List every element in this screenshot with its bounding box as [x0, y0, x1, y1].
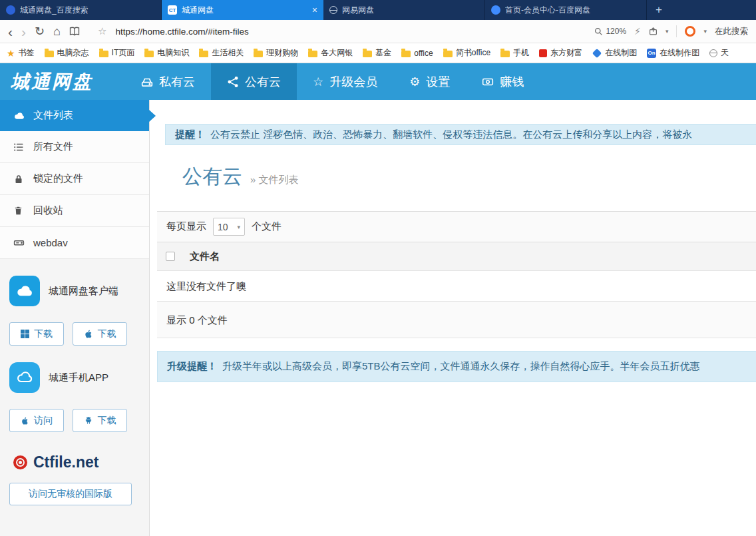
android-download-button[interactable]: 下载	[73, 409, 127, 432]
drive-icon	[13, 237, 25, 248]
magnifier-icon	[594, 27, 603, 36]
search-hint[interactable]: 在此搜索	[715, 26, 748, 37]
list-icon	[13, 142, 25, 152]
client-title: 城通网盘客户端	[49, 285, 118, 298]
home-icon[interactable]: ⌂	[53, 25, 61, 37]
sogou-logo-icon[interactable]	[685, 26, 695, 37]
bookmark-item[interactable]: 手机	[500, 47, 529, 59]
folder-icon	[254, 51, 263, 57]
notice-alert: 提醒！公有云禁止 淫秽色情、政治、恐怖暴力、翻墙软件、侵权等违法信息。在公有云上…	[165, 124, 756, 145]
ctfile-net-logo[interactable]: Ctfile.net	[0, 432, 149, 471]
bookmark-item[interactable]: office	[401, 49, 433, 58]
sidebar-item-file-list[interactable]: 文件列表	[0, 100, 149, 131]
bookmark-item[interactable]: 各大网银	[308, 47, 353, 59]
ios-visit-button[interactable]: 访问	[9, 409, 64, 432]
upgrade-title: 升级提醒！	[167, 360, 217, 372]
bookmark-item-diagram[interactable]: 在线制图	[592, 47, 637, 59]
url-text[interactable]: https://home.ctfile.com/#item-files	[115, 27, 248, 37]
back-icon[interactable]: ‹	[8, 25, 13, 39]
zoom-control[interactable]: 120%	[594, 27, 626, 36]
android-icon	[84, 415, 93, 425]
ctfile-favicon: CT	[168, 5, 177, 15]
column-filename: 文件名	[190, 250, 220, 263]
site-logo[interactable]: 城通网盘	[11, 63, 93, 100]
nav-item-public-cloud[interactable]: 公有云	[211, 63, 297, 100]
bookmark-item[interactable]: 生活相关	[199, 47, 244, 59]
main-content: 提醒！公有云禁止 淫秽色情、政治、恐怖暴力、翻墙软件、侵权等违法信息。在公有云上…	[150, 100, 756, 536]
per-page-value: 10	[218, 222, 228, 232]
upgrade-text: 升级半年或以上高级会员，即享5TB公有云空间，文件通通永久保存，操作自然得心应手…	[222, 360, 700, 372]
select-all-checkbox[interactable]	[166, 252, 175, 261]
sidebar-item-all-files[interactable]: 所有文件	[0, 131, 149, 163]
bookmark-item[interactable]: 电脑知识	[144, 47, 189, 59]
windows-download-button[interactable]: 下载	[9, 322, 64, 346]
ctfile-ring-icon	[13, 455, 27, 469]
per-page-toolbar: 每页显示 10 ▾ 个文件	[157, 211, 756, 242]
share-icon[interactable]	[649, 27, 658, 36]
forward-icon[interactable]: ›	[21, 25, 26, 39]
sidebar: 文件列表 所有文件 锁定的文件 回收站 webdav	[0, 100, 150, 536]
refresh-icon[interactable]: ↻	[35, 25, 45, 37]
share-nodes-icon	[227, 76, 239, 88]
folder-icon	[308, 51, 317, 57]
bookmark-item-cutoff[interactable]: 天	[709, 47, 729, 59]
bookmark-star-icon[interactable]: ☆	[98, 25, 106, 37]
tab-title: 城通网盘	[182, 5, 305, 16]
folder-icon	[401, 51, 411, 57]
notice-title: 提醒！	[175, 129, 205, 140]
per-page-select[interactable]: 10 ▾	[213, 218, 245, 236]
nav-item-earn-money[interactable]: 赚钱	[466, 63, 540, 100]
tab-title: 网易网盘	[342, 5, 478, 16]
trash-icon	[13, 206, 25, 216]
per-page-label: 每页显示	[166, 220, 206, 233]
folder-icon	[144, 51, 154, 57]
app-buttons: 访问 下载	[0, 393, 149, 432]
address-bar: ‹ › ↻ ⌂ ☆ https://home.ctfile.com/#item-…	[0, 20, 756, 43]
tab-title: 首页-会员中心-百度网盘	[505, 5, 640, 16]
bookmarks-menu[interactable]: ★ 书签	[7, 47, 35, 59]
bookmark-item[interactable]: 基金	[363, 47, 391, 59]
tab-baidu-pan[interactable]: 首页-会员中心-百度网盘	[485, 0, 647, 20]
nav-item-settings[interactable]: ⚙ 设置	[393, 63, 466, 100]
international-version-button[interactable]: 访问无审核的国际版	[9, 483, 132, 505]
bookmark-item-online-maker[interactable]: On在线制作图	[647, 47, 699, 59]
upgrade-alert: 升级提醒！升级半年或以上高级会员，即享5TB公有云空间，文件通通永久保存，操作自…	[157, 351, 756, 382]
lock-icon	[13, 174, 25, 184]
on-badge-icon: On	[647, 49, 656, 58]
baidu-favicon	[6, 5, 15, 15]
main-nav: 私有云 公有云 ☆ 升级会员 ⚙ 设置 赚钱	[125, 63, 540, 100]
reading-list-icon[interactable]	[69, 27, 80, 36]
file-panel: 每页显示 10 ▾ 个文件 文件名 这里没有文件了噢 显示 0 个文件	[157, 211, 756, 338]
bookmark-item-eastmoney[interactable]: 东方财富	[539, 47, 582, 59]
nav-item-upgrade-vip[interactable]: ☆ 升级会员	[297, 63, 393, 100]
bookmarks-label: 书签	[19, 47, 35, 59]
lightning-icon[interactable]: ⚡	[634, 27, 641, 36]
close-tab-icon[interactable]: ×	[312, 5, 317, 15]
international-row: 访问无审核的国际版	[0, 471, 149, 505]
page-body: 文件列表 所有文件 锁定的文件 回收站 webdav	[0, 100, 756, 536]
tab-ctfile[interactable]: CT 城通网盘 ×	[162, 0, 323, 20]
breadcrumb: » 文件列表	[250, 174, 299, 186]
sogou-chevron-icon[interactable]: ▾	[703, 28, 707, 35]
bookmark-item[interactable]: 理财购物	[254, 47, 298, 59]
tab-title: 城通网盘_百度搜索	[20, 5, 155, 16]
sidebar-item-webdav[interactable]: webdav	[0, 227, 149, 259]
bookmark-item[interactable]: IT页面	[99, 47, 135, 59]
star-icon: ★	[7, 48, 15, 59]
bookmark-item[interactable]: 简书office	[443, 47, 490, 59]
browser-tab-bar: 城通网盘_百度搜索 CT 城通网盘 × 网易网盘 首页-会员中心-百度网盘 +	[0, 0, 756, 20]
bookmark-item[interactable]: 电脑杂志	[45, 47, 89, 59]
sidebar-item-locked-files[interactable]: 锁定的文件	[0, 163, 149, 195]
tab-baidu-search[interactable]: 城通网盘_百度搜索	[0, 0, 162, 20]
nav-item-private-cloud[interactable]: 私有云	[125, 63, 211, 100]
chevron-down-icon[interactable]: ▾	[665, 28, 669, 35]
folder-icon	[199, 51, 208, 57]
cloud-icon	[13, 110, 25, 122]
site-header: 城通网盘 私有云 公有云 ☆ 升级会员 ⚙ 设置 赚钱	[0, 63, 756, 100]
mac-download-button[interactable]: 下载	[73, 322, 127, 346]
new-tab-button[interactable]: +	[647, 0, 671, 20]
sidebar-item-recycle-bin[interactable]: 回收站	[0, 195, 149, 227]
app-title: 城通手机APP	[49, 372, 108, 384]
address-bar-right: 120% ⚡ ▾ ▾ 在此搜索	[594, 25, 748, 37]
tab-netease-pan[interactable]: 网易网盘	[323, 0, 485, 20]
